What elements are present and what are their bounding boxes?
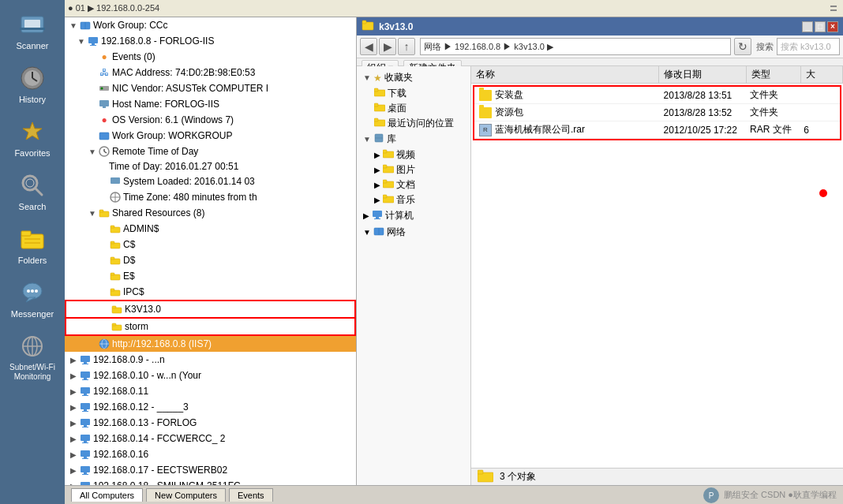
tree-item-hostname[interactable]: Host Name: FORLOG-IIS [65, 96, 356, 112]
col-header-date[interactable]: 修改日期 [659, 66, 747, 83]
file-name-cell: 安装盘 [474, 88, 659, 103]
sidebar-item-scanner[interactable]: Scanner [0, 3, 65, 57]
tree-item-timeofday[interactable]: Time of Day: 2016.01.27 00:51 [65, 159, 356, 174]
nav-path-text: 网络 ▶ 192.168.0.8 ▶ k3v13.0 ▶ [424, 41, 553, 53]
nav-music[interactable]: ▶ 音乐 [357, 192, 470, 207]
nav-library[interactable]: ▼ 库 [357, 131, 470, 147]
tree-item-ipcs[interactable]: IPC$ [65, 284, 356, 300]
up-button[interactable]: ↑ [398, 38, 415, 55]
tree-item-os[interactable]: ● OS Version: 6.1 (Windows 7) [65, 112, 356, 128]
svg-rect-71 [82, 411, 88, 412]
tree-item-13[interactable]: ▶ 192.168.0.13 - FORLOG [65, 415, 356, 431]
events-icon: ● [98, 50, 111, 63]
tab-events[interactable]: Events [229, 488, 273, 502]
tree-item-nic[interactable]: NIC Vendor: ASUSTek COMPUTER I [65, 80, 356, 96]
expander-icon: ▶ [68, 401, 79, 413]
refresh-button[interactable]: ↻ [734, 38, 751, 55]
subnet-icon [17, 331, 47, 361]
file-list-container: 名称 修改日期 类型 大 [471, 66, 843, 485]
star-icon: ★ [373, 73, 382, 84]
svg-rect-80 [82, 458, 88, 459]
tree-item-forlog-iis[interactable]: ▼ 192.168.0.8 - FORLOG-IIS [65, 33, 356, 49]
nav-computer[interactable]: ▶ 计算机 [357, 207, 470, 224]
tree-item-mac[interactable]: 🖧 MAC Address: 74:D0:2B:98:E0:53 [65, 65, 356, 80]
sidebar-item-favorites[interactable]: Favorites [0, 110, 65, 164]
tab-new-computers[interactable]: New Computers [146, 488, 226, 502]
minimize-button[interactable]: _ [802, 21, 813, 32]
share-icon [111, 303, 123, 315]
tree-item-http-iis7[interactable]: http://192.168.0.8 (IIS7) [65, 336, 356, 352]
tree-item-es[interactable]: E$ [65, 268, 356, 284]
tree-item-17[interactable]: ▶ 192.168.0.17 - EECTSWERB02 [65, 462, 356, 478]
tree-item-14[interactable]: ▶ 192.168.0.14 - FCCWERCC_ 2 [65, 431, 356, 446]
tree-item-shared[interactable]: ▼ Shared Resources (8) [65, 205, 356, 221]
sidebar-item-search[interactable]: Search [0, 164, 65, 218]
tree-label: http://192.168.0.8 (IIS7) [112, 338, 212, 349]
file-row-anzhuangpan[interactable]: 安装盘 2013/8/28 13:51 文件夹 [474, 87, 840, 104]
svg-rect-104 [383, 195, 387, 198]
svg-rect-32 [103, 106, 106, 108]
svg-rect-46 [111, 241, 114, 244]
tree-item-remote-time[interactable]: ▼ Remote Time of Day [65, 144, 356, 159]
network-icon [373, 226, 384, 239]
expander-icon: ▼ [68, 20, 79, 31]
tree-item-12[interactable]: ▶ 192.168.0.12 - _____3 [65, 399, 356, 415]
file-name: 安装盘 [495, 88, 523, 102]
nav-pictures[interactable]: ▶ 图片 [357, 162, 470, 177]
file-selection-highlight: 安装盘 2013/8/28 13:51 文件夹 资源包 [473, 85, 841, 140]
tree-item-ds[interactable]: D$ [65, 252, 356, 268]
file-row-ziyuanbao[interactable]: 资源包 2013/8/28 13:52 文件夹 [474, 104, 840, 121]
tree-item-events[interactable]: ● Events (0) [65, 49, 356, 65]
sidebar-item-history[interactable]: History [0, 57, 65, 110]
tree-item-cs[interactable]: C$ [65, 237, 356, 252]
nav-favorites[interactable]: ▼ ★ 收藏夹 [357, 69, 470, 86]
tree-item-storm[interactable]: storm [65, 319, 356, 336]
tab-all-computers[interactable]: All Computers [71, 488, 143, 502]
svg-rect-102 [383, 180, 387, 183]
maximize-button[interactable]: □ [815, 21, 826, 32]
watermark-area: P 鹏组安全 CSDN ●耿直学编程 [702, 486, 837, 505]
nav-recent[interactable]: 最近访问的位置 [357, 116, 470, 131]
tree-item-10[interactable]: ▶ 192.168.0.10 - w...n (Your [65, 368, 356, 383]
tree-item-admin[interactable]: ADMIN$ [65, 221, 356, 237]
nav-desktop[interactable]: 桌面 [357, 101, 470, 116]
tree-item-11[interactable]: ▶ 192.168.0.11 [65, 383, 356, 399]
tree-item-timezone[interactable]: Time Zone: 480 minutes from th [65, 189, 356, 205]
file-explorer-content: ▼ ★ 收藏夹 下载 [357, 66, 843, 485]
sidebar-item-folders[interactable]: Folders [0, 218, 65, 271]
tree-item-18[interactable]: ▶ 192.168.0.18 - SMILINGM-2511FC [65, 478, 356, 485]
tree-item-k3v13[interactable]: K3V13.0 [65, 300, 356, 319]
tree-item-sysloaded[interactable]: System Loaded: 2016.01.14 03 [65, 174, 356, 189]
tree-item-workgroup[interactable]: ▼ Work Group: CCc [65, 17, 356, 33]
col-header-name[interactable]: 名称 [471, 66, 659, 83]
nav-download[interactable]: 下载 [357, 86, 470, 101]
sidebar-item-messenger[interactable]: Messenger [0, 271, 65, 325]
svg-rect-54 [112, 306, 116, 308]
nav-video[interactable]: ▶ 视频 [357, 147, 470, 162]
sidebar-label-folders: Folders [18, 256, 47, 265]
tree-item-16[interactable]: ▶ 192.168.0.16 [65, 446, 356, 462]
address-bar[interactable]: ● 01 ▶ 192.168.0.0-254 [68, 3, 827, 13]
main-panel: ▼ Work Group: CCc ▼ 192.168.0.8 - FORLOG… [65, 17, 843, 485]
tree-item-09[interactable]: ▶ 192.168.0.9 - ...n [65, 352, 356, 368]
close-button[interactable]: × [827, 21, 838, 32]
tree-label: IPC$ [123, 286, 144, 297]
col-header-type[interactable]: 类型 [747, 66, 801, 83]
search-input[interactable]: 搜索 k3v13.0 [777, 38, 840, 55]
nav-network[interactable]: ▼ 网络 [357, 224, 470, 241]
col-header-size[interactable]: 大 [801, 66, 843, 83]
svg-rect-100 [383, 165, 387, 168]
address-input[interactable]: 网络 ▶ 192.168.0.8 ▶ k3v13.0 ▶ [420, 38, 731, 55]
tree-item-workgroup2[interactable]: Work Group: WORKGROUP [65, 128, 356, 144]
forward-button[interactable]: ▶ [379, 38, 396, 55]
file-size-cell [799, 95, 840, 96]
svg-point-19 [35, 289, 38, 293]
tree-label: System Loaded: 2016.01.14 03 [123, 176, 255, 187]
svg-line-9 [36, 189, 42, 195]
back-button[interactable]: ◀ [360, 38, 377, 55]
sidebar-item-subnet[interactable]: Subnet/Wi-FiMonitoring [0, 325, 65, 388]
nav-docs[interactable]: ▶ 文档 [357, 177, 470, 192]
svg-rect-27 [92, 43, 95, 45]
svg-rect-73 [84, 425, 87, 427]
file-row-lanhai[interactable]: R 蓝海机械有限公司.rar 2012/10/25 17:22 RAR 文件 6 [474, 121, 840, 139]
